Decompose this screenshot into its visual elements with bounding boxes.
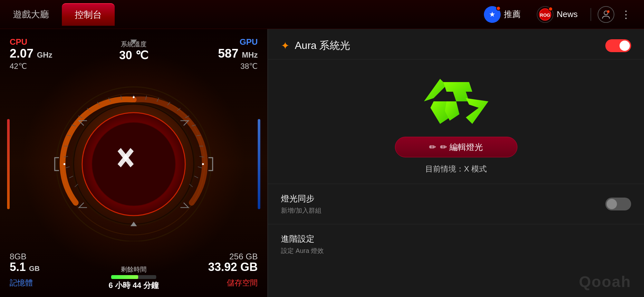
battery-arrow-up	[130, 222, 137, 226]
right-panel: ✦ Aura 系統光 ✏ ✏	[267, 29, 644, 297]
aura-toggle[interactable]	[605, 39, 631, 52]
svg-line-21	[198, 167, 202, 168]
storage-label: 儲存空間	[227, 278, 258, 288]
rog-news-icon: ROG	[537, 6, 553, 23]
svg-line-34	[69, 176, 73, 178]
aura-title: ✦ Aura 系統光	[281, 39, 350, 53]
gpu-temp: 38℃	[240, 62, 258, 71]
light-sync-section[interactable]: 燈光同步 新增/加入群組	[268, 184, 644, 224]
recommend-btn[interactable]: ★ 推薦	[477, 4, 527, 25]
nav-divider	[591, 8, 591, 21]
top-nav: 遊戲大廳 控制台 ★ 推薦 ROG News	[0, 0, 644, 29]
svg-line-22	[194, 176, 198, 178]
gauge-container	[37, 74, 230, 241]
aura-sun-icon: ✦	[281, 40, 290, 52]
gauge-svg	[37, 74, 230, 241]
temp-arrow-down	[130, 40, 137, 44]
svg-point-36	[133, 96, 135, 98]
svg-marker-43	[466, 98, 488, 124]
tab-control-panel[interactable]: 控制台	[62, 3, 115, 26]
recommend-dot	[496, 6, 501, 11]
battery-bar-fill	[111, 275, 138, 279]
advanced-settings-section[interactable]: 進階設定 設定 Aura 燈效	[268, 224, 644, 264]
qooah-logo: Qooah	[579, 273, 631, 291]
gpu-label: GPU	[240, 37, 258, 47]
aura-header: ✦ Aura 系統光	[268, 29, 644, 60]
news-dot	[548, 7, 553, 11]
rog-logo-container	[268, 60, 644, 137]
current-mode: 目前情境：X 模式	[268, 164, 644, 174]
svg-text:ROG: ROG	[540, 13, 550, 18]
cpu-freq-value: 2.07 GHz	[10, 47, 53, 60]
memory-label: 記憶體	[10, 278, 33, 288]
gpu-freq-value: 587 MHz	[218, 47, 258, 60]
tab-game-hall[interactable]: 遊戲大廳	[0, 3, 62, 26]
cpu-temp: 42℃	[10, 62, 27, 71]
svg-marker-41	[424, 79, 447, 101]
nav-right: ★ 推薦 ROG News ! ⋮	[477, 4, 644, 25]
sys-temp: 系統溫度 30 ℃	[119, 35, 148, 62]
svg-line-33	[65, 167, 70, 168]
battery-bar	[111, 275, 156, 279]
cpu-label: CPU	[10, 37, 27, 47]
left-panel: CPU 2.07 GHz 42℃ GPU 587 MHz 38℃ 系統溫度 30…	[0, 29, 267, 297]
svg-point-38	[202, 163, 204, 165]
svg-point-37	[63, 163, 65, 165]
light-sync-toggle[interactable]	[605, 198, 631, 210]
storage-used: 33.92 GB	[208, 260, 258, 274]
cpu-bar	[7, 119, 10, 209]
recommend-icon: ★	[484, 6, 501, 23]
gpu-bar	[258, 119, 260, 209]
rog-logo-svg	[414, 72, 498, 130]
edit-light-btn[interactable]: ✏ ✏ 編輯燈光	[395, 137, 517, 157]
user-icon[interactable]: !	[598, 6, 614, 23]
news-btn[interactable]: ROG News	[530, 4, 584, 25]
memory-used: 5.1 GB	[10, 260, 40, 274]
battery-info: 剩餘時間 6 小時 44 分鐘	[109, 265, 159, 291]
more-menu-btn[interactable]: ⋮	[618, 8, 634, 21]
pencil-icon: ✏	[429, 142, 436, 152]
